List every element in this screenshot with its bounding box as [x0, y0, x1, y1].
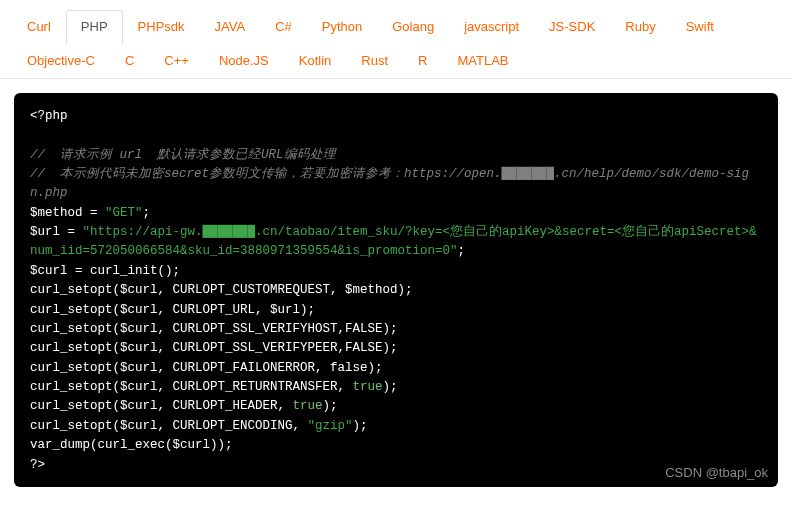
tab-cpp[interactable]: C++: [149, 44, 204, 79]
code-line: curl_setopt($curl, CURLOPT_ENCODING, "gz…: [30, 417, 762, 436]
tab-curl[interactable]: Curl: [12, 10, 66, 45]
code-line: curl_setopt($curl, CURLOPT_HEADER, true)…: [30, 397, 762, 416]
code-line: $url = "https://api-gw.███████.cn/taobao…: [30, 223, 762, 262]
code-close-tag: ?>: [30, 456, 762, 475]
code-line: var_dump(curl_exec($curl));: [30, 436, 762, 455]
tab-objectivec[interactable]: Objective-C: [12, 44, 110, 79]
tab-rust[interactable]: Rust: [346, 44, 403, 79]
code-line: curl_setopt($curl, CURLOPT_CUSTOMREQUEST…: [30, 281, 762, 300]
tab-ruby[interactable]: Ruby: [610, 10, 670, 45]
watermark: CSDN @tbapi_ok: [665, 463, 768, 483]
tab-swift[interactable]: Swift: [671, 10, 729, 45]
tab-php[interactable]: PHP: [66, 10, 123, 45]
tab-java[interactable]: JAVA: [200, 10, 261, 45]
code-block: <?php // 请求示例 url 默认请求参数已经URL编码处理 // 本示例…: [14, 93, 778, 487]
tab-python[interactable]: Python: [307, 10, 377, 45]
code-comment: // 请求示例 url 默认请求参数已经URL编码处理: [30, 146, 762, 165]
tab-golang[interactable]: Golang: [377, 10, 449, 45]
code-open-tag: <?php: [30, 107, 762, 126]
code-line: curl_setopt($curl, CURLOPT_URL, $url);: [30, 301, 762, 320]
tab-c[interactable]: C: [110, 44, 149, 79]
tab-csharp[interactable]: C#: [260, 10, 307, 45]
tab-r[interactable]: R: [403, 44, 442, 79]
tab-javascript[interactable]: javascript: [449, 10, 534, 45]
tab-jssdk[interactable]: JS-SDK: [534, 10, 610, 45]
code-comment: // 本示例代码未加密secret参数明文传输，若要加密请参考：https://…: [30, 165, 762, 204]
code-line: $curl = curl_init();: [30, 262, 762, 281]
code-line: curl_setopt($curl, CURLOPT_FAILONERROR, …: [30, 359, 762, 378]
tab-matlab[interactable]: MATLAB: [442, 44, 523, 79]
code-line: curl_setopt($curl, CURLOPT_SSL_VERIFYHOS…: [30, 320, 762, 339]
code-line: curl_setopt($curl, CURLOPT_RETURNTRANSFE…: [30, 378, 762, 397]
tab-phpsdk[interactable]: PHPsdk: [123, 10, 200, 45]
code-line: curl_setopt($curl, CURLOPT_SSL_VERIFYPEE…: [30, 339, 762, 358]
tab-nodejs[interactable]: Node.JS: [204, 44, 284, 79]
tab-kotlin[interactable]: Kotlin: [284, 44, 347, 79]
code-line: $method = "GET";: [30, 204, 762, 223]
language-tabs: Curl PHP PHPsdk JAVA C# Python Golang ja…: [0, 0, 792, 79]
